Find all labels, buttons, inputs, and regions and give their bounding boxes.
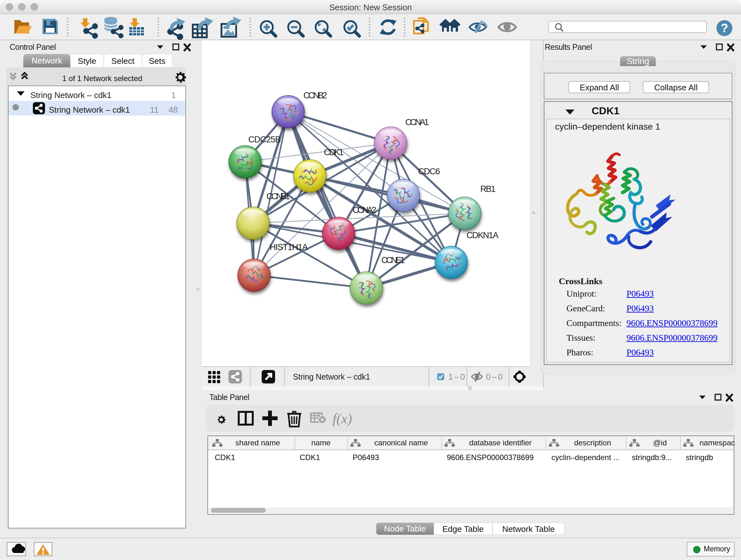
svg-text:CDKN1A: CDKN1A [467, 231, 498, 240]
svg-text:CDC6: CDC6 [418, 167, 440, 176]
svg-text:HIST1H1A: HIST1H1A [270, 242, 308, 252]
svg-text:CCNA1: CCNA1 [405, 118, 429, 127]
svg-text:CCNB1: CCNB1 [266, 192, 290, 201]
svg-text:CCNE1: CCNE1 [381, 255, 405, 265]
svg-text:CDC25B: CDC25B [248, 135, 281, 144]
svg-text:f(x): f(x) [333, 411, 352, 427]
svg-text:String Network – cdk1: String Network – cdk1 [293, 372, 370, 381]
svg-text:RB1: RB1 [480, 184, 495, 194]
svg-text:0 – 0: 0 – 0 [486, 372, 502, 381]
svg-text:CCNB2: CCNB2 [304, 91, 327, 100]
svg-text:?: ? [721, 21, 728, 35]
svg-text:CDK1: CDK1 [324, 147, 344, 157]
svg-text:CCNA2: CCNA2 [353, 205, 376, 215]
svg-text:1 – 0: 1 – 0 [448, 372, 465, 381]
